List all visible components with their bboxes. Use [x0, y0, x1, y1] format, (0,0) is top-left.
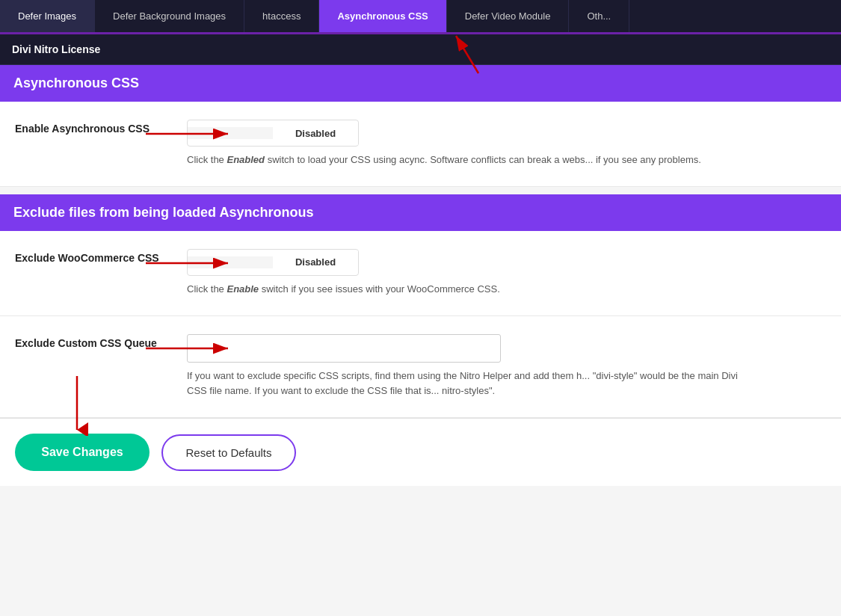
section-header-exclude: Exclude files from being loaded Asynchro…	[0, 194, 841, 231]
label-exclude-woo: Exclude WooCommerce CSS	[15, 249, 187, 264]
tab-async-css[interactable]: Asynchronous CSS	[319, 0, 446, 32]
tab-htaccess[interactable]: htaccess	[244, 0, 319, 32]
tab-defer-images[interactable]: Defer Images	[0, 0, 95, 32]
toggle-on-woo[interactable]	[188, 256, 273, 268]
reset-button[interactable]: Reset to Defaults	[161, 434, 296, 471]
tab-other[interactable]: Oth...	[569, 0, 629, 32]
license-bar: Divi Nitro License	[0, 34, 841, 65]
async-css-section: Asynchronous CSS Enable Asynchronous CSS…	[0, 65, 841, 187]
license-label: Divi Nitro License	[12, 43, 100, 55]
input-exclude-custom-css[interactable]	[187, 334, 501, 363]
label-enable-async-css: Enable Asynchronous CSS	[15, 120, 187, 135]
toggle-exclude-woo[interactable]: Disabled	[187, 249, 359, 276]
desc-exclude-woo: Click the Enable switch if you see issue…	[187, 282, 748, 298]
toggle-off-woo[interactable]: Disabled	[273, 250, 358, 274]
top-nav: Defer Images Defer Background Images hta…	[0, 0, 841, 34]
tab-defer-bg-images[interactable]: Defer Background Images	[95, 0, 244, 32]
toggle-on-async-css[interactable]	[188, 127, 273, 139]
desc-exclude-custom-css: If you want to exclude specific CSS scri…	[187, 369, 748, 400]
tab-defer-video[interactable]: Defer Video Module	[447, 0, 570, 32]
setting-exclude-custom-css: Exclude Custom CSS Queue If you want to …	[0, 316, 841, 419]
toggle-off-async-css[interactable]: Disabled	[273, 122, 358, 145]
desc-async-css: Click the Enabled switch to load your CS…	[187, 153, 748, 168]
control-exclude-custom-css: If you want to exclude specific CSS scri…	[187, 334, 826, 400]
control-enable-async-css: Disabled Click the Enabled switch to loa…	[187, 120, 826, 168]
section-header-async-css: Asynchronous CSS	[0, 65, 841, 102]
label-exclude-custom-css: Exclude Custom CSS Queue	[15, 334, 187, 349]
toggle-async-css[interactable]: Disabled	[187, 120, 359, 147]
bottom-bar: Save Changes Reset to Defaults	[0, 418, 841, 486]
exclude-async-section: Exclude files from being loaded Asynchro…	[0, 194, 841, 418]
control-exclude-woo: Disabled Click the Enable switch if you …	[187, 249, 826, 298]
save-button[interactable]: Save Changes	[15, 434, 150, 471]
setting-exclude-woo: Exclude WooCommerce CSS Disabled Click t…	[0, 231, 841, 316]
setting-enable-async-css: Enable Asynchronous CSS Disabled Click t…	[0, 102, 841, 187]
